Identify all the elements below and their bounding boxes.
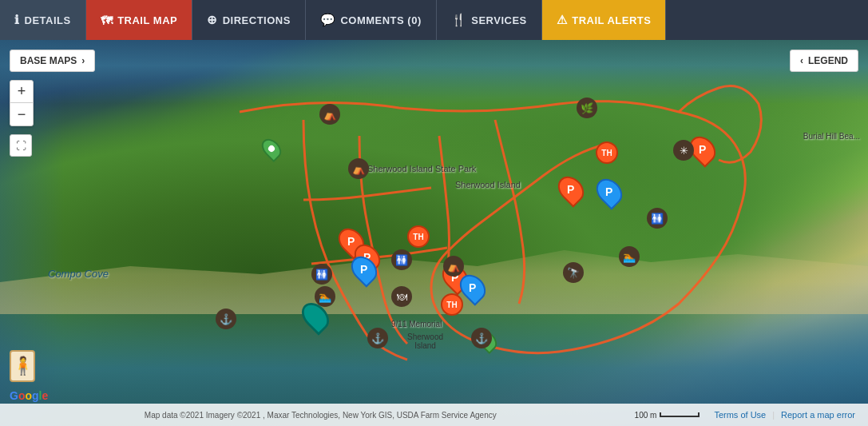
parking-marker-blue-1[interactable]: P [353,255,375,284]
comments-icon: 💬 [320,13,336,27]
amenity-anchor: ⚓ [216,309,236,329]
zoom-controls: + − [10,80,34,126]
parking-marker-blue-3[interactable]: P [598,177,620,206]
amenity-picnic-3: ⛺ [319,104,340,125]
nav-directions-label: DIRECTIONS [223,14,291,26]
sherwood-state-park-label: Sherwood Island State Park [367,164,476,173]
nav-trail-map-label: TRAIL MAP [117,14,177,26]
nav-details[interactable]: ℹ DETAILS [0,0,86,40]
nav-trail-alerts[interactable]: ⚠ TRAIL ALERTS [542,0,667,40]
legend-button[interactable]: ‹ LEGEND [790,50,858,72]
map-container[interactable]: Compo Cove Sherwood Island State Park Sh… [0,40,868,426]
services-icon: 🍴 [451,13,467,27]
google-logo: Google [10,389,48,402]
nav-comments-label: COMMENTS (0) [340,14,421,26]
trailhead-1[interactable]: TH [407,225,430,248]
nav-services[interactable]: 🍴 SERVICES [437,0,542,40]
amenity-swimming: 🏊 [315,286,335,307]
nine-eleven-memorial-label: 9/11 Memorial [391,320,442,328]
nav-details-label: DETAILS [25,14,71,26]
pegman-icon[interactable]: 🧍 [10,350,35,382]
amenity-binoculars: 🔭 [563,262,584,283]
sherwood-island-label: Sherwood Island [455,180,521,189]
parking-marker-4[interactable]: P [560,175,582,204]
compo-cove-label: Compo Cove [48,268,109,280]
directions-icon: ⊕ [207,13,218,27]
chevron-right-icon: › [81,55,85,66]
amenity-camping: ⛺ [348,158,369,179]
map-footer: Map data ©2021 Imagery ©2021 , Maxar Tec… [0,404,868,426]
teal-pin[interactable] [307,305,323,328]
amenity-restroom-2: 🚻 [391,249,412,270]
scale-label: 100 m [635,411,657,420]
amenity-anchor-2: ⚓ [367,328,388,348]
amenity-restroom-3: 🚻 [647,208,668,229]
navigation-bar: ℹ DETAILS 🗺 TRAIL MAP ⊕ DIRECTIONS 💬 COM… [0,0,868,40]
fullscreen-button[interactable]: ⛶ [10,134,32,157]
zoom-in-button[interactable]: + [10,81,33,103]
green-pin-1[interactable] [264,137,279,160]
scale-line [660,412,700,417]
amenity-picnic-1: 🍽 [391,286,412,307]
terms-of-use-link[interactable]: Terms of Use [707,410,772,420]
fullscreen-icon: ⛶ [16,140,26,152]
nav-directions[interactable]: ⊕ DIRECTIONS [192,0,306,40]
trail-paths [0,40,868,426]
info-icon: ℹ [14,13,20,27]
map-icon: 🗺 [101,14,113,27]
zoom-out-button[interactable]: − [10,103,33,125]
chevron-left-icon: ‹ [800,55,803,66]
amenity-swimming-2: 🏊 [619,246,640,267]
parking-marker-blue-2[interactable]: P [462,273,484,302]
report-map-error-link[interactable]: Report a map error [775,410,862,420]
amenity-picnic-2: ⛺ [443,256,464,277]
base-maps-button[interactable]: BASE MAPS › [10,50,95,72]
nav-services-label: SERVICES [471,14,527,26]
alert-icon: ⚠ [557,13,568,27]
map-attribution: Map data ©2021 Imagery ©2021 , Maxar Tec… [6,411,635,420]
parking-marker-5[interactable]: P [692,135,714,164]
trailhead-3[interactable]: TH [596,141,618,164]
amenity-star: ✳ [673,140,694,161]
trailhead-2[interactable]: TH [441,293,463,316]
nav-trail-alerts-label: TRAIL ALERTS [572,14,651,26]
burial-hill-label: Burial Hill Bea... [803,132,860,141]
amenity-top-right: 🌿 [577,98,597,118]
nav-comments[interactable]: 💬 COMMENTS (0) [306,0,437,40]
amenity-restroom-1: 🚻 [311,264,332,285]
scale-bar: 100 m [635,411,700,420]
bottom-park-label: SherwoodIsland [407,332,443,350]
amenity-anchor-3: ⚓ [471,328,492,348]
nav-trail-map[interactable]: 🗺 TRAIL MAP [86,0,193,40]
